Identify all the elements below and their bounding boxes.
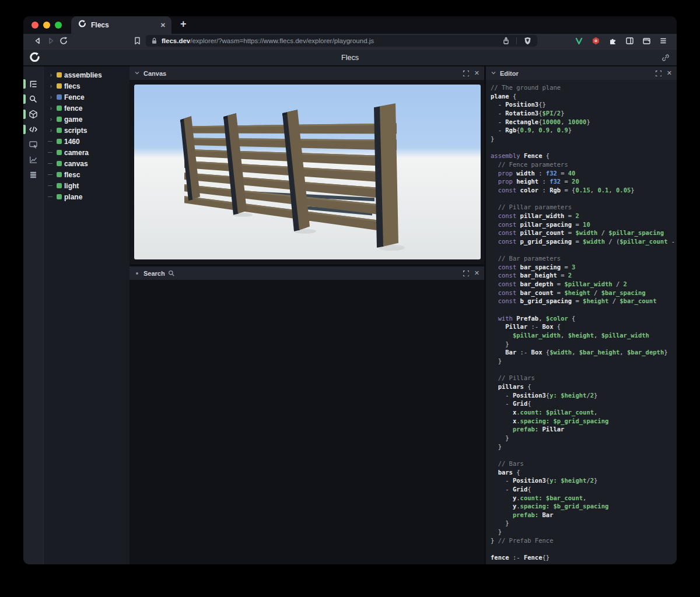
close-panel-icon[interactable]: ✕ xyxy=(474,270,480,276)
code-line: // Bar parameters xyxy=(491,254,677,263)
tree-item-flecs[interactable]: ›flecs xyxy=(44,80,130,92)
wallet-icon[interactable] xyxy=(640,35,653,47)
zoom-window-button[interactable] xyxy=(55,22,62,29)
url-bar[interactable]: flecs.dev/explorer/?wasm=https://www.fle… xyxy=(146,35,537,47)
code-line: } xyxy=(491,357,677,366)
rail-inspector-button[interactable] xyxy=(23,140,43,149)
code-line: } xyxy=(491,443,677,451)
code-line: assembly Fence { xyxy=(491,152,677,160)
fence-scene xyxy=(134,85,481,259)
code-line xyxy=(491,245,677,254)
entity-label: flecs xyxy=(64,82,80,90)
traffic-lights xyxy=(23,22,71,34)
fullscreen-icon[interactable] xyxy=(655,68,662,79)
rail-cube-button[interactable] xyxy=(23,110,43,119)
close-window-button[interactable] xyxy=(32,22,38,29)
code-line: y.spacing: $b_grid_spacing xyxy=(491,502,677,511)
sidebar-toggle-icon[interactable] xyxy=(623,35,636,47)
tab-favicon-flecs-icon xyxy=(78,20,86,30)
new-tab-button[interactable]: + xyxy=(172,19,187,32)
tree-item-flesc[interactable]: flesc xyxy=(44,169,130,180)
chevron-down-icon[interactable] xyxy=(490,68,497,79)
minimize-window-button[interactable] xyxy=(43,22,50,29)
code-line: x.count: $pillar_count, xyxy=(491,408,677,417)
entity-label: assemblies xyxy=(64,71,102,79)
expander-chevron-icon[interactable]: › xyxy=(48,94,54,100)
tree-item-1460[interactable]: 1460 xyxy=(44,136,130,147)
3d-viewport[interactable] xyxy=(134,85,481,259)
menu-icon[interactable] xyxy=(657,35,670,47)
url-divider xyxy=(516,37,517,44)
expander-chevron-icon[interactable]: › xyxy=(48,106,54,111)
code-line: const bar_height = 2 xyxy=(491,271,677,280)
tree-item-plane[interactable]: plane xyxy=(44,191,130,202)
expander-chevron-icon[interactable]: › xyxy=(48,72,54,78)
permalink-icon[interactable] xyxy=(662,54,670,64)
brave-shield-icon[interactable] xyxy=(521,35,534,47)
tree-item-canvas[interactable]: canvas xyxy=(44,158,130,169)
app-header: Flecs xyxy=(23,50,677,66)
rail-search-button[interactable] xyxy=(23,94,43,104)
bookmark-icon[interactable] xyxy=(131,35,144,47)
reload-button[interactable] xyxy=(57,35,70,47)
collapsed-dot-icon[interactable] xyxy=(134,272,141,275)
rail-database-button[interactable] xyxy=(23,170,43,180)
tab-title: Flecs xyxy=(91,21,156,29)
tree-item-assemblies[interactable]: ›assemblies xyxy=(44,69,130,80)
back-button[interactable] xyxy=(32,35,44,47)
tree-item-fence[interactable]: ›fence xyxy=(44,103,130,114)
tree-item-Fence[interactable]: ›Fence xyxy=(44,92,130,103)
canvas-panel-body xyxy=(130,80,484,264)
tab-flecs[interactable]: Flecs ✕ xyxy=(71,16,172,34)
tab-close-icon[interactable]: ✕ xyxy=(160,22,166,29)
entity-color-square xyxy=(57,94,62,100)
v-extension-icon[interactable] xyxy=(572,35,585,47)
close-panel-icon[interactable]: ✕ xyxy=(474,70,480,76)
expander-chevron-icon[interactable]: › xyxy=(48,83,54,89)
code-line: - Position3{y: $height/2} xyxy=(491,391,677,400)
rail-outline-tree-button[interactable] xyxy=(23,79,43,89)
extensions-puzzle-icon[interactable] xyxy=(606,35,619,47)
close-panel-icon[interactable]: ✕ xyxy=(667,70,672,76)
code-line: const pillar_count = $width / $pillar_sp… xyxy=(491,229,677,237)
url-path: /explorer/?wasm=https://www.flecs.dev/ex… xyxy=(190,37,374,44)
entity-color-square xyxy=(57,72,62,78)
code-line: const b_grid_spacing = $height / $bar_co… xyxy=(491,297,677,305)
entity-label: camera xyxy=(64,149,89,157)
code-line: // Fence parameters xyxy=(491,160,677,169)
entity-label: light xyxy=(64,182,79,190)
expander-chevron-icon[interactable]: › xyxy=(48,117,54,122)
editor-panel-title: Editor xyxy=(500,70,652,77)
code-editor[interactable]: // The ground planeplane { - Position3{}… xyxy=(486,80,677,564)
forward-button[interactable] xyxy=(44,35,57,47)
search-panel: Search ✕ xyxy=(130,266,484,564)
code-line: prefab: Bar xyxy=(491,511,677,519)
rail-chart-button[interactable] xyxy=(23,155,43,164)
entity-color-square xyxy=(57,117,62,122)
tree-item-light[interactable]: light xyxy=(44,180,130,191)
share-icon[interactable] xyxy=(499,35,512,47)
chevron-down-icon[interactable] xyxy=(134,68,141,79)
code-line: // Pillar parameters xyxy=(491,203,677,212)
entity-color-square xyxy=(57,183,62,188)
tree-item-game[interactable]: ›game xyxy=(44,114,130,125)
code-line: - Position3{} xyxy=(491,100,677,109)
tree-item-scripts[interactable]: ›scripts xyxy=(44,125,130,136)
leaf-dash-icon xyxy=(48,185,54,187)
inspector-icon xyxy=(29,140,38,149)
code-line xyxy=(491,366,677,374)
hexagon-extension-icon[interactable] xyxy=(589,35,602,47)
code-line: fence :- Fence{} xyxy=(491,553,677,562)
app-main: ›assemblies›flecs›Fence›fence›game›scrip… xyxy=(23,66,677,564)
tree-item-camera[interactable]: camera xyxy=(44,147,130,158)
fullscreen-icon[interactable] xyxy=(463,68,469,79)
entity-label: game xyxy=(64,115,82,124)
code-line: x.spacing: $p_grid_spacing xyxy=(491,417,677,426)
expander-chevron-icon[interactable]: › xyxy=(48,128,54,134)
fullscreen-icon[interactable] xyxy=(463,268,469,279)
rail-code-button[interactable] xyxy=(23,125,43,134)
code-line: } xyxy=(491,135,677,143)
code-line: // Pillars xyxy=(491,374,677,382)
leaf-dash-icon xyxy=(48,152,54,153)
entity-color-square xyxy=(57,161,62,166)
